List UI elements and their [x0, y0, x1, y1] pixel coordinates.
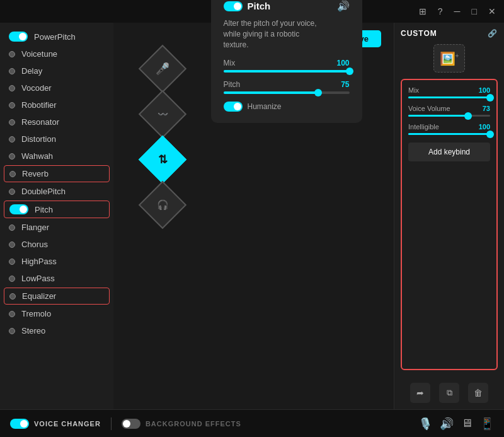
custom-title: CUSTOM	[401, 29, 437, 38]
pitch-label: Pitch	[35, 205, 53, 214]
right-voicevol-slider[interactable]	[408, 115, 490, 117]
add-image-icon: 🖼️+	[440, 51, 459, 66]
sidebar-item-equalizer[interactable]: Equalizer	[4, 288, 110, 305]
sidebar-item-tremolo[interactable]: Tremolo	[0, 305, 113, 322]
mix-label: Mix	[224, 59, 236, 67]
pitch-label-row: Pitch 75	[224, 80, 350, 89]
right-intelligible-slider[interactable]	[408, 133, 490, 135]
voice-changer-section: VOICE CHANGER	[10, 419, 101, 429]
headphones-icon: 🎧	[156, 199, 168, 211]
sidebar-item-robotifier[interactable]: Robotifier	[0, 96, 113, 114]
wave-icon: 〰️	[157, 109, 168, 119]
chain-node-arrows[interactable]: ⇅	[138, 136, 186, 184]
right-mix-slider[interactable]	[408, 96, 490, 98]
center-content: 🎤 〰️ ⇅ 🎧	[123, 33, 384, 399]
trash-icon: 🗑	[474, 388, 483, 398]
main-layout: PowerPitchVoicetuneDelayVocoderRobotifie…	[0, 23, 504, 409]
humanize-row: Humanize	[224, 102, 350, 112]
sidebar-item-lowpass[interactable]: LowPass	[0, 270, 113, 287]
bottom-actions: ➦ ⧉ 🗑	[401, 376, 498, 403]
resonator-label: Resonator	[21, 117, 59, 127]
pitch-label: Pitch	[224, 80, 241, 89]
help-icon[interactable]: ?	[435, 5, 446, 18]
right-voicevol-param: Voice Volume 73	[408, 105, 490, 117]
effect-card: Pitch 🔊 Alter the pitch of your voice, w…	[211, 0, 362, 123]
share-button[interactable]: ➦	[410, 383, 430, 403]
doublepitch-dot	[9, 189, 15, 195]
equalizer-dot	[9, 293, 16, 300]
sidebar-item-voicetune[interactable]: Voicetune	[0, 45, 113, 62]
bg-effects-toggle[interactable]	[122, 419, 140, 429]
mic-icon: 🎤	[156, 62, 169, 76]
pitch-toggle[interactable]	[9, 204, 28, 214]
pitch-slider[interactable]	[224, 91, 350, 94]
stereo-dot	[9, 328, 15, 334]
sidebar-item-reverb[interactable]: Reverb	[4, 165, 110, 182]
sidebar-item-doublepitch[interactable]: DoublePitch	[0, 183, 113, 200]
resonator-dot	[9, 119, 15, 125]
mix-slider[interactable]	[224, 70, 350, 73]
right-mix-label: Mix	[408, 86, 419, 94]
center-panel: Save 🎤 〰️ ⇅ �	[113, 23, 394, 409]
volume-bottom-icon[interactable]: 🔊	[440, 417, 454, 431]
bottombar-icons: 🎙️ 🔊 🖥 📱	[418, 417, 494, 431]
voice-changer-toggle[interactable]	[10, 419, 29, 429]
phone-bottom-icon[interactable]: 📱	[480, 417, 494, 431]
delay-label: Delay	[21, 66, 42, 76]
grid-icon[interactable]: ⊞	[416, 5, 430, 18]
sidebar-item-chorus[interactable]: Chorus	[0, 236, 113, 253]
distortion-label: Distortion	[21, 134, 56, 144]
chorus-label: Chorus	[21, 240, 48, 249]
mix-value: 100	[336, 59, 349, 67]
separator	[111, 417, 112, 430]
wahwah-dot	[9, 153, 15, 160]
chain-column: 🎤 〰️ ⇅ 🎧	[146, 52, 180, 222]
right-intelligible-param: Intelligible 100	[408, 123, 490, 135]
sidebar-item-delay[interactable]: Delay	[0, 62, 113, 79]
maximize-icon[interactable]: □	[469, 5, 480, 18]
right-mix-value: 100	[479, 86, 490, 94]
sidebar-item-flanger[interactable]: Flanger	[0, 219, 113, 236]
tremolo-dot	[9, 311, 15, 317]
bottombar: VOICE CHANGER BACKGROUND EFFECTS 🎙️ 🔊 🖥 …	[0, 409, 504, 437]
chain-node-wave[interactable]: 〰️	[138, 90, 186, 138]
close-icon[interactable]: ✕	[485, 5, 499, 18]
right-voicevol-label: Voice Volume	[408, 105, 450, 112]
chain-node-headphones[interactable]: 🎧	[138, 181, 186, 229]
add-keybind-button[interactable]: Add keybind	[408, 143, 490, 161]
right-mix-param: Mix 100	[408, 86, 490, 98]
copy-icon: ⧉	[447, 388, 452, 398]
pitch-param: Pitch 75	[224, 80, 350, 94]
chorus-dot	[9, 242, 15, 248]
right-intelligible-label-row: Intelligible 100	[408, 123, 490, 131]
sidebar-item-powerpitch[interactable]: PowerPitch	[0, 28, 113, 45]
pitch-toggle[interactable]	[224, 1, 243, 11]
chain-node-mic[interactable]: 🎤	[138, 45, 186, 93]
sidebar-item-wahwah[interactable]: Wahwah	[0, 148, 113, 165]
sidebar-item-stereo[interactable]: Stereo	[0, 322, 113, 339]
humanize-toggle[interactable]	[224, 102, 243, 112]
right-voicevol-value: 73	[483, 105, 490, 112]
minimize-icon[interactable]: ─	[451, 5, 464, 18]
mic-bottom-icon[interactable]: 🎙️	[418, 417, 432, 431]
sidebar-item-resonator[interactable]: Resonator	[0, 114, 113, 131]
arrows-icon: ⇅	[158, 153, 167, 166]
sidebar-item-distortion[interactable]: Distortion	[0, 131, 113, 148]
sidebar-item-highpass[interactable]: HighPass	[0, 253, 113, 270]
sidebar-item-pitch[interactable]: Pitch	[4, 201, 110, 218]
monitor-bottom-icon[interactable]: 🖥	[461, 417, 472, 430]
reverb-label: Reverb	[22, 169, 49, 178]
sound-icon[interactable]: 🔊	[337, 0, 350, 12]
external-link-icon[interactable]: 🔗	[488, 29, 498, 38]
effect-card-header: Pitch 🔊	[224, 0, 350, 12]
powerpitch-toggle[interactable]	[9, 32, 28, 42]
delete-button[interactable]: 🗑	[468, 383, 488, 403]
humanize-label: Humanize	[248, 102, 282, 111]
right-mix-label-row: Mix 100	[408, 86, 490, 94]
reverb-dot	[9, 171, 16, 177]
mix-label-row: Mix 100	[224, 59, 350, 67]
sidebar-item-vocoder[interactable]: Vocoder	[0, 79, 113, 96]
add-preset-button[interactable]: 🖼️+	[433, 44, 465, 73]
copy-button[interactable]: ⧉	[439, 383, 459, 403]
right-intelligible-value: 100	[479, 123, 490, 131]
